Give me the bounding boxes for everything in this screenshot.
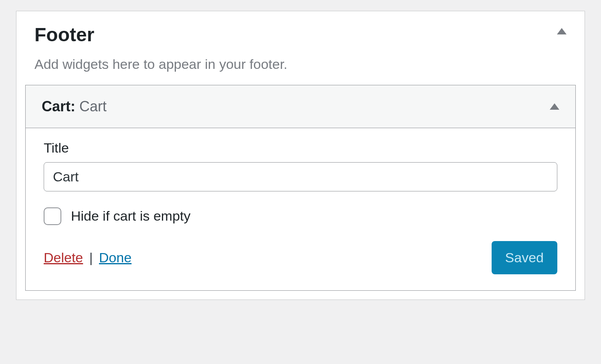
widget-name: Cart: Cart	[42, 98, 107, 115]
widget-item: Cart: Cart Title Hide if cart is empty D…	[25, 85, 576, 291]
widget-area-header: Footer	[16, 11, 585, 46]
widget-type-label: Cart	[42, 98, 71, 115]
widget-body: Title Hide if cart is empty Delete | Don…	[26, 128, 575, 290]
triangle-up-icon[interactable]	[550, 103, 559, 110]
widget-area-title: Footer	[34, 23, 94, 46]
hide-empty-label: Hide if cart is empty	[71, 208, 191, 224]
widget-area-description: Add widgets here to appear in your foote…	[16, 46, 585, 85]
delete-link[interactable]: Delete	[44, 250, 83, 265]
hide-empty-checkbox[interactable]	[44, 207, 61, 225]
triangle-up-icon[interactable]	[557, 28, 567, 34]
widget-actions-row: Delete | Done Saved	[44, 241, 557, 274]
action-separator: |	[87, 250, 95, 265]
widget-action-links: Delete | Done	[44, 250, 131, 265]
title-input[interactable]	[44, 162, 557, 191]
widget-area-panel: Footer Add widgets here to appear in you…	[16, 11, 585, 300]
widget-name-colon: :	[71, 98, 79, 115]
saved-button[interactable]: Saved	[492, 241, 557, 274]
done-link[interactable]: Done	[99, 250, 131, 265]
widget-item-header[interactable]: Cart: Cart	[26, 85, 575, 128]
hide-empty-row: Hide if cart is empty	[44, 207, 557, 225]
title-field-label: Title	[44, 140, 557, 156]
widget-instance-label: Cart	[79, 98, 107, 115]
